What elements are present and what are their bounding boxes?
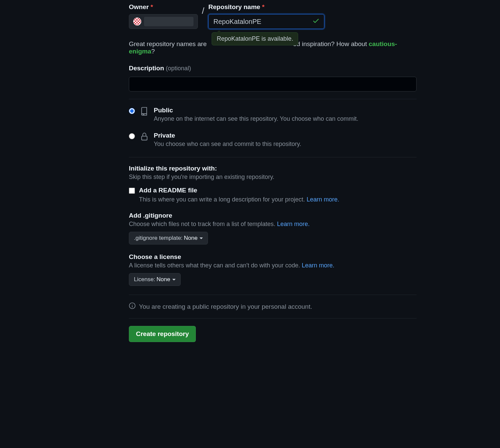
license-sub: A license tells others what they can and… [129, 262, 302, 269]
repo-icon [140, 107, 149, 118]
public-title: Public [154, 107, 358, 114]
hint-prefix: Great repository names are [129, 40, 207, 47]
license-btn-value: None [156, 276, 170, 283]
gitignore-select[interactable]: .gitignore template: None [129, 232, 208, 245]
private-radio[interactable] [129, 133, 135, 139]
info-icon [129, 302, 136, 311]
caret-down-icon [172, 279, 176, 281]
readme-checkbox[interactable] [129, 188, 135, 194]
repo-name-input[interactable] [208, 14, 324, 29]
gitignore-sub: Choose which files not to track from a l… [129, 221, 277, 227]
required-asterisk: * [150, 3, 153, 10]
license-btn-prefix: License: [134, 276, 155, 283]
info-text: You are creating a public repository in … [139, 303, 312, 310]
repo-name-label-text: Repository name [208, 3, 260, 10]
avatar [133, 17, 141, 26]
svg-point-3 [132, 304, 133, 305]
readme-learn-link[interactable]: Learn more. [307, 196, 339, 203]
optional-text: (optional) [166, 65, 191, 72]
owner-label: Owner * [129, 3, 198, 11]
owner-name-placeholder [144, 17, 193, 26]
gitignore-btn-prefix: .gitignore template: [134, 235, 183, 241]
description-label: Description (optional) [129, 65, 417, 72]
divider [129, 318, 417, 319]
divider [129, 99, 417, 99]
svg-rect-0 [142, 136, 147, 140]
gitignore-learn-link[interactable]: Learn more. [277, 221, 310, 227]
owner-label-text: Owner [129, 3, 149, 10]
hint-suffix: ? [151, 48, 155, 55]
description-input[interactable] [129, 77, 417, 91]
repo-name-label: Repository name * [208, 3, 324, 11]
private-title: Private [154, 132, 301, 139]
owner-select[interactable] [129, 14, 198, 29]
public-radio[interactable] [129, 108, 135, 114]
check-icon [312, 17, 320, 26]
slash-separator: / [202, 3, 204, 18]
init-sub: Skip this step if you're importing an ex… [129, 174, 417, 181]
readme-title: Add a README file [139, 187, 197, 194]
required-asterisk: * [262, 3, 264, 10]
gitignore-heading: Add .gitignore [129, 212, 417, 219]
divider [129, 295, 417, 295]
lock-icon [140, 132, 149, 143]
caret-down-icon [200, 237, 203, 239]
public-sub: Anyone on the internet can see this repo… [154, 115, 358, 122]
description-label-text: Description [129, 65, 164, 72]
create-repository-button[interactable]: Create repository [129, 326, 196, 342]
gitignore-btn-value: None [184, 235, 198, 241]
private-sub: You choose who can see and commit to thi… [154, 141, 301, 147]
init-heading: Initialize this repository with: [129, 165, 417, 172]
license-select[interactable]: License: None [129, 273, 181, 286]
readme-sub: This is where you can write a long descr… [139, 196, 307, 203]
availability-tooltip: RepoKatalonPE is available. [212, 32, 298, 45]
divider [129, 157, 417, 157]
hint-mid: ed inspiration? How about [293, 40, 369, 47]
license-heading: Choose a license [129, 253, 417, 261]
license-learn-link[interactable]: Learn more. [302, 262, 334, 269]
